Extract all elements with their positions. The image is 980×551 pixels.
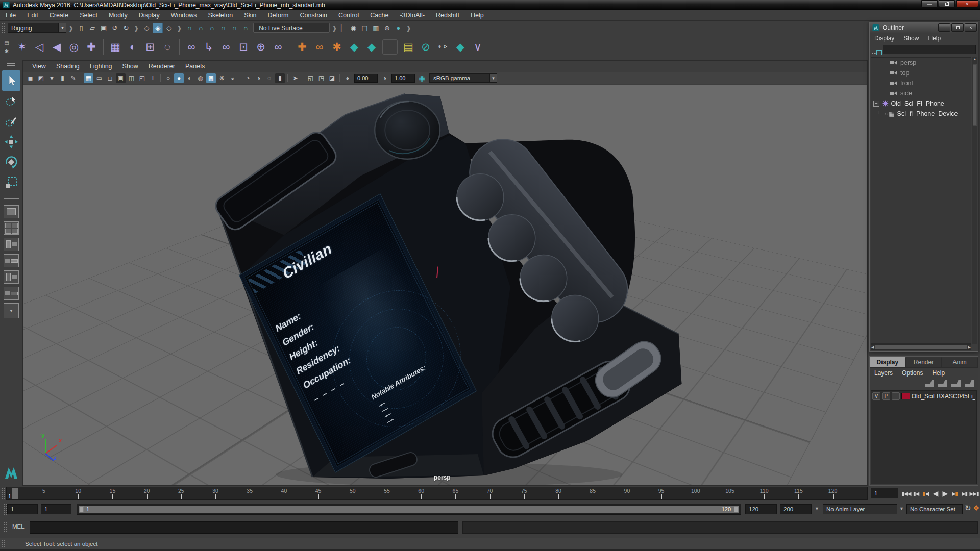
scroll-right-arrow[interactable]: ▶: [968, 345, 971, 349]
outliner-search-input[interactable]: [883, 45, 976, 54]
make-live-icon[interactable]: ∩: [240, 23, 251, 33]
range-end-handle[interactable]: [734, 506, 739, 512]
step-back-key-button[interactable]: ▮◀: [921, 491, 930, 496]
paint-select-tool[interactable]: [2, 111, 20, 132]
current-time-field[interactable]: 1: [871, 488, 898, 498]
open-scene-button[interactable]: ▱: [87, 23, 97, 33]
lock-camera-icon[interactable]: ◩: [36, 73, 46, 83]
wireframe-on-shaded-icon[interactable]: ◐: [185, 73, 194, 83]
rotate-tool[interactable]: [2, 152, 20, 172]
section-chevron[interactable]: ❱: [404, 24, 413, 32]
section-chevron[interactable]: ❱: [132, 24, 141, 32]
xray-icon[interactable]: ◔: [243, 73, 253, 83]
vp-menu-panels[interactable]: Panels: [180, 63, 210, 70]
tearoff-copy-icon[interactable]: ◳: [316, 73, 326, 83]
point-constraint-icon[interactable]: ↳: [200, 38, 217, 56]
playhead[interactable]: [12, 488, 18, 499]
motion-blur-icon[interactable]: ◌: [264, 73, 274, 83]
step-back-frame-button[interactable]: ▮◀: [911, 491, 921, 496]
copy-skin-weights-icon[interactable]: ▤: [400, 38, 417, 56]
textured-icon[interactable]: ◍: [195, 73, 205, 83]
bind-skin-icon[interactable]: ∞: [311, 38, 328, 56]
scroll-left-arrow[interactable]: ◀: [871, 345, 874, 349]
outliner-item-top[interactable]: top: [871, 68, 971, 78]
use-all-lights-icon[interactable]: ❋: [217, 73, 227, 83]
menu-set-dropdown-arrow[interactable]: ▼: [59, 23, 66, 33]
render-current-frame-button[interactable]: ▤: [359, 23, 370, 33]
outliner-item-front[interactable]: front: [871, 78, 971, 88]
outliner-item-side[interactable]: side: [871, 88, 971, 98]
view-transform-dropdown[interactable]: sRGB gamma: [429, 73, 489, 83]
select-component-mode-icon[interactable]: ◇: [164, 23, 174, 33]
anim-layer-dropdown[interactable]: No Anim Layer: [823, 504, 897, 514]
layout-single-pane-button[interactable]: [4, 205, 19, 218]
multisample-icon[interactable]: ▮: [275, 73, 285, 83]
snap-to-point-icon[interactable]: ∩: [207, 23, 217, 33]
section-chevron[interactable]: ❱: [175, 24, 184, 32]
move-tool[interactable]: [2, 132, 20, 152]
create-layer-from-selected-icon[interactable]: ●: [965, 380, 974, 387]
vp-menu-view[interactable]: View: [27, 63, 51, 70]
animation-start-field[interactable]: 1: [7, 504, 38, 514]
outliner-item-old-sci-fi-phone[interactable]: − ✳ Old_Sci_Fi_Phone: [871, 98, 971, 109]
menu-control[interactable]: Control: [333, 12, 364, 19]
field-chart-icon[interactable]: ◫: [127, 73, 136, 83]
view-transform-arrow[interactable]: ▼: [489, 73, 497, 83]
redo-button[interactable]: ↻: [121, 23, 131, 33]
shaded-icon[interactable]: ●: [174, 73, 184, 83]
outliner-minimize-button[interactable]: —: [938, 23, 950, 32]
scale-tool[interactable]: [2, 172, 20, 193]
snap-to-view-plane-icon[interactable]: ∩: [229, 23, 239, 33]
lattice-deformer-icon[interactable]: ▦: [107, 38, 124, 56]
image-plane-icon[interactable]: ✎: [68, 73, 78, 83]
redshift-light-icon[interactable]: ◆: [363, 38, 380, 56]
minimize-button[interactable]: —: [921, 0, 938, 8]
textured-shaded-icon[interactable]: ▩: [206, 73, 216, 83]
menu-modify[interactable]: Modify: [103, 12, 133, 19]
color-management-toggle-icon[interactable]: ◉: [417, 73, 427, 83]
tab-anim[interactable]: Anim: [942, 357, 978, 367]
auto-keyframe-toggle-icon[interactable]: ↻: [965, 504, 971, 513]
menu-edit[interactable]: Edit: [21, 12, 44, 19]
menu-constrain[interactable]: Constrain: [295, 12, 333, 19]
range-slider-bar[interactable]: 1 120: [79, 506, 739, 513]
layer-playback-toggle[interactable]: P: [882, 392, 890, 400]
command-line-grip[interactable]: [3, 522, 8, 533]
orient-constraint-icon[interactable]: ∞: [217, 38, 235, 56]
wireframe-icon[interactable]: ○: [163, 73, 173, 83]
layer-menu-help[interactable]: Help: [927, 369, 949, 377]
outliner-restore-button[interactable]: [951, 23, 964, 32]
resolution-gate-icon[interactable]: ◻: [105, 73, 115, 83]
camera-attributes-icon[interactable]: ▼: [47, 73, 57, 83]
select-object-mode-icon[interactable]: ◈: [153, 23, 163, 33]
outliner-item-sci-fi-phone-device[interactable]: └─○ ▦ Sci_fi_Phone_Device: [871, 109, 971, 119]
outliner-horizontal-scrollbar[interactable]: ◀ ▶: [871, 344, 971, 350]
menu-skeleton[interactable]: Skeleton: [203, 12, 239, 19]
outliner-title-bar[interactable]: Outliner — ×: [870, 22, 978, 33]
tab-render[interactable]: Render: [906, 357, 942, 367]
range-slider-track[interactable]: 1 120: [77, 504, 741, 515]
vp-menu-shading[interactable]: Shading: [51, 63, 85, 70]
aim-constraint-icon[interactable]: ⊡: [235, 38, 252, 56]
pose-editor-icon[interactable]: ∨: [469, 38, 486, 56]
toolbox-handle[interactable]: [7, 63, 15, 66]
layer-menu-options[interactable]: Options: [897, 369, 927, 377]
range-start-handle[interactable]: [79, 506, 84, 512]
play-forwards-button[interactable]: ▶: [940, 489, 950, 497]
menu-skin[interactable]: Skin: [238, 12, 262, 19]
scale-constraint-icon[interactable]: ∞: [270, 38, 287, 56]
scrollbar-thumb[interactable]: [875, 345, 967, 349]
insert-joint-icon[interactable]: ◎: [65, 38, 83, 56]
ipr-render-button[interactable]: ▥: [371, 23, 381, 33]
menu-set-dropdown[interactable]: Rigging: [8, 23, 59, 33]
go-to-start-button[interactable]: ▮◀◀: [901, 491, 911, 496]
outliner-menu-display[interactable]: Display: [870, 35, 899, 42]
step-forward-key-button[interactable]: ▶▮: [950, 491, 960, 496]
select-objects-icon[interactable]: ➤: [290, 73, 300, 83]
restore-button[interactable]: [939, 0, 955, 8]
gate-mask-icon[interactable]: ▣: [116, 73, 126, 83]
time-slider-track[interactable]: 5101520253035404550556065707580859095100…: [6, 487, 868, 500]
render-settings-button[interactable]: ⊕: [382, 23, 392, 33]
undo-button[interactable]: ↺: [110, 23, 120, 33]
parent-constraint-icon[interactable]: ∞: [183, 38, 200, 56]
